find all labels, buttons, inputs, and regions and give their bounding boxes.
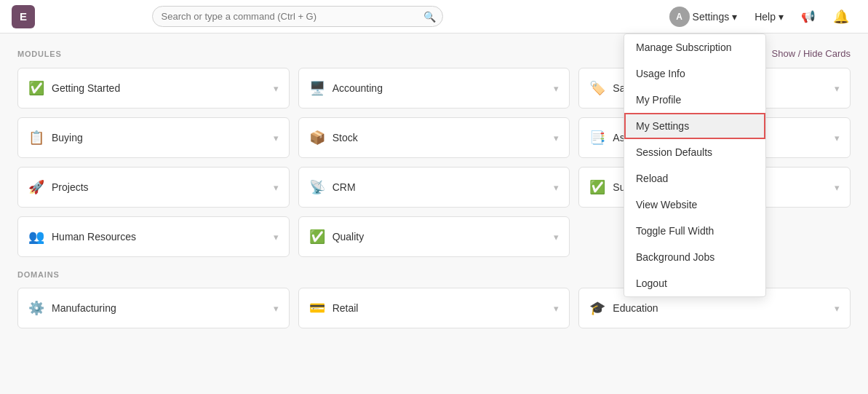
dropdown-item-view-website[interactable]: View Website bbox=[624, 192, 765, 218]
card-chevron-assets: ▾ bbox=[835, 133, 840, 143]
card-icon-manufacturing: ⚙️ bbox=[28, 300, 44, 316]
card-label-stock: Stock bbox=[333, 132, 358, 143]
card-left: 📦 Stock bbox=[309, 130, 358, 146]
card-chevron-manufacturing: ▾ bbox=[274, 303, 279, 314]
settings-dropdown: Manage SubscriptionUsage InfoMy ProfileM… bbox=[624, 34, 766, 297]
dropdown-item-my-settings[interactable]: My Settings bbox=[624, 113, 765, 139]
card-chevron-accounting: ▾ bbox=[554, 83, 559, 94]
dropdown-item-background-jobs[interactable]: Background Jobs bbox=[624, 244, 765, 270]
card-icon-education: 🎓 bbox=[589, 300, 605, 316]
help-button[interactable]: Help ▾ bbox=[747, 7, 791, 26]
card-projects[interactable]: 🚀 Projects ▾ bbox=[17, 167, 290, 208]
dropdown-item-session-defaults[interactable]: Session Defaults bbox=[624, 139, 765, 165]
dropdown-item-usage-info[interactable]: Usage Info bbox=[624, 60, 765, 87]
card-quality[interactable]: ✅ Quality ▾ bbox=[298, 216, 570, 257]
card-chevron-buying: ▾ bbox=[274, 133, 279, 143]
card-icon-stock: 📦 bbox=[309, 130, 325, 146]
card-icon-getting-started: ✅ bbox=[28, 80, 44, 96]
card-human-resources[interactable]: 👥 Human Resources ▾ bbox=[17, 216, 290, 257]
card-left: ⚙️ Manufacturing bbox=[28, 300, 116, 316]
avatar: A bbox=[669, 7, 690, 27]
card-chevron-sales: ▾ bbox=[835, 83, 840, 94]
card-chevron-retail: ▾ bbox=[554, 303, 559, 314]
card-left: ✅ Getting Started bbox=[28, 80, 120, 96]
dropdown-item-my-profile[interactable]: My Profile bbox=[624, 87, 765, 113]
card-label-retail: Retail bbox=[333, 302, 359, 314]
card-left: ✅ Quality bbox=[309, 229, 365, 245]
card-label-manufacturing: Manufacturing bbox=[52, 302, 116, 314]
card-icon-human-resources: 👥 bbox=[28, 229, 44, 245]
card-getting-started[interactable]: ✅ Getting Started ▾ bbox=[17, 68, 290, 109]
card-chevron-support: ▾ bbox=[835, 182, 840, 193]
card-label-crm: CRM bbox=[333, 181, 356, 193]
card-icon-projects: 🚀 bbox=[28, 179, 44, 195]
card-label-human-resources: Human Resources bbox=[52, 231, 136, 243]
card-left: 👥 Human Resources bbox=[28, 229, 136, 245]
card-manufacturing[interactable]: ⚙️ Manufacturing ▾ bbox=[17, 288, 290, 328]
card-label-projects: Projects bbox=[52, 181, 89, 193]
card-left: 💳 Retail bbox=[309, 300, 359, 316]
show-hide-link[interactable]: Show / Hide Cards bbox=[772, 48, 851, 59]
card-stock[interactable]: 📦 Stock ▾ bbox=[298, 117, 570, 158]
card-icon-retail: 💳 bbox=[309, 300, 325, 316]
search-bar: 🔍 bbox=[152, 6, 443, 27]
card-label-getting-started: Getting Started bbox=[52, 82, 120, 94]
card-chevron-getting-started: ▾ bbox=[274, 83, 279, 94]
card-label-education: Education bbox=[613, 302, 658, 314]
search-icon: 🔍 bbox=[423, 11, 436, 23]
card-left: 🖥️ Accounting bbox=[309, 80, 383, 96]
card-label-quality: Quality bbox=[333, 231, 365, 243]
dropdown-item-manage-subscription[interactable]: Manage Subscription bbox=[624, 34, 765, 60]
app-icon[interactable]: E bbox=[12, 5, 35, 28]
card-left: 📡 CRM bbox=[309, 179, 356, 195]
card-icon-crm: 📡 bbox=[309, 179, 325, 195]
search-input[interactable] bbox=[152, 6, 443, 27]
bell-icon: 🔔 bbox=[833, 9, 849, 25]
card-label-buying: Buying bbox=[52, 132, 83, 143]
dropdown-item-toggle-full-width[interactable]: Toggle Full Width bbox=[624, 218, 765, 244]
domains-label: DOMAINS bbox=[17, 270, 60, 279]
card-left: 📋 Buying bbox=[28, 130, 83, 146]
dropdown-item-logout[interactable]: Logout bbox=[624, 270, 765, 296]
settings-chevron-icon: ▾ bbox=[732, 11, 737, 23]
card-icon-support: ✅ bbox=[589, 179, 605, 195]
card-chevron-projects: ▾ bbox=[274, 182, 279, 193]
card-chevron-quality: ▾ bbox=[554, 232, 559, 243]
card-crm[interactable]: 📡 CRM ▾ bbox=[298, 167, 570, 208]
card-left: 🚀 Projects bbox=[28, 179, 89, 195]
dropdown-item-reload[interactable]: Reload bbox=[624, 165, 765, 192]
settings-button[interactable]: A Settings ▾ bbox=[662, 3, 745, 31]
card-icon-accounting: 🖥️ bbox=[309, 80, 325, 96]
card-buying[interactable]: 📋 Buying ▾ bbox=[17, 117, 290, 158]
card-chevron-education: ▾ bbox=[835, 303, 840, 314]
notifications-button[interactable]: 🔔 bbox=[826, 5, 856, 28]
card-chevron-stock: ▾ bbox=[554, 133, 559, 143]
card-label-accounting: Accounting bbox=[333, 82, 383, 94]
card-icon-assets: 📑 bbox=[589, 130, 605, 146]
card-icon-buying: 📋 bbox=[28, 130, 44, 146]
help-chevron-icon: ▾ bbox=[779, 11, 784, 23]
card-accounting[interactable]: 🖥️ Accounting ▾ bbox=[298, 68, 570, 109]
modules-label: MODULES bbox=[17, 50, 62, 58]
megaphone-button[interactable]: 📢 bbox=[794, 6, 823, 27]
card-chevron-human-resources: ▾ bbox=[274, 232, 279, 243]
card-retail[interactable]: 💳 Retail ▾ bbox=[298, 288, 570, 328]
nav-right: A Settings ▾ Help ▾ 📢 🔔 bbox=[662, 3, 856, 31]
card-icon-quality: ✅ bbox=[309, 229, 325, 245]
card-icon-sales: 🏷️ bbox=[589, 80, 605, 96]
megaphone-icon: 📢 bbox=[801, 9, 816, 23]
card-left: 🎓 Education bbox=[589, 300, 658, 316]
topnav: E 🔍 A Settings ▾ Help ▾ 📢 🔔 bbox=[0, 0, 868, 34]
card-chevron-crm: ▾ bbox=[554, 182, 559, 193]
